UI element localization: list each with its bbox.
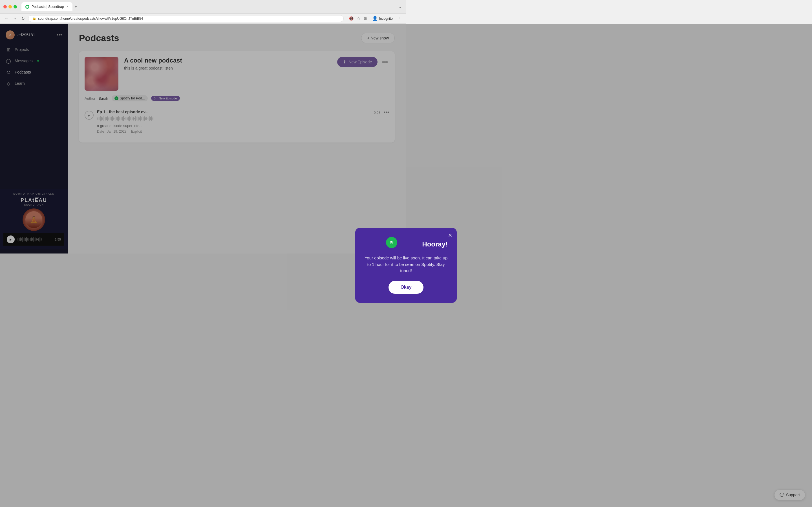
tab-bar: Podcasts | Soundtrap ✕ +	[21, 2, 403, 11]
sidebar-toggle-icon[interactable]: ⊟	[363, 15, 368, 21]
maximize-traffic-light[interactable]	[13, 5, 17, 8]
modal-overlay[interactable]: ✕ Hooray! Your episode will be live soon…	[0, 24, 406, 253]
profile-icon: 👤	[372, 16, 378, 21]
svg-point-0	[26, 6, 29, 8]
back-button[interactable]: ←	[3, 15, 10, 22]
modal: ✕ Hooray! Your episode will be live soon…	[355, 228, 406, 253]
new-tab-button[interactable]: +	[73, 3, 79, 10]
browser-actions: 📵 ☆ ⊟ 👤 Incognito ⋮	[348, 15, 403, 22]
refresh-button[interactable]: ↻	[20, 15, 26, 22]
close-traffic-light[interactable]	[3, 5, 7, 8]
profile-button[interactable]: 👤 Incognito	[369, 15, 396, 22]
tab-title: Podcasts | Soundtrap	[32, 5, 64, 9]
menu-icon[interactable]: ⋮	[397, 15, 403, 21]
chevron-down-icon: ⌄	[399, 5, 402, 9]
browser-chrome: Podcasts | Soundtrap ✕ + ⌄	[0, 0, 406, 13]
address-bar[interactable]: 🔒 soundtrap.com/home/creator/podcasts/sh…	[28, 15, 344, 22]
tab-close-icon[interactable]: ✕	[66, 5, 68, 8]
url-text: soundtrap.com/home/creator/podcasts/show…	[38, 17, 143, 20]
address-bar-row: ← → ↻ 🔒 soundtrap.com/home/creator/podca…	[0, 13, 406, 24]
lock-icon: 🔒	[33, 17, 36, 20]
modal-header: Hooray!	[364, 237, 406, 251]
spotify-modal-icon	[386, 237, 397, 248]
tab-favicon	[26, 5, 29, 9]
profile-label: Incognito	[379, 17, 393, 20]
active-tab[interactable]: Podcasts | Soundtrap ✕	[21, 2, 72, 11]
minimize-traffic-light[interactable]	[8, 5, 12, 8]
forward-button[interactable]: →	[12, 15, 18, 22]
traffic-lights	[3, 5, 17, 8]
bookmark-icon[interactable]: ☆	[356, 15, 361, 21]
camera-off-icon[interactable]: 📵	[348, 15, 354, 21]
